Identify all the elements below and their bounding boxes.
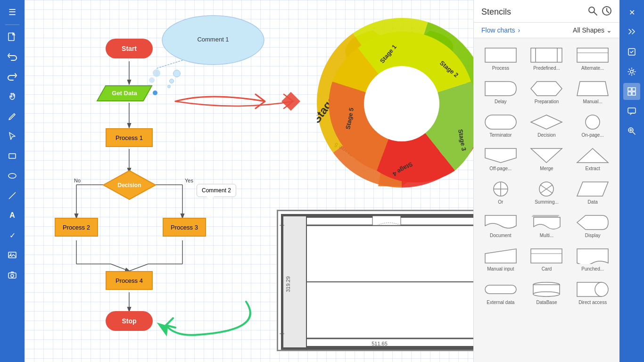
svg-marker-69 xyxy=(577,82,608,96)
svg-text:Yes: Yes xyxy=(185,178,193,183)
get-data-label: Get Data xyxy=(112,90,137,97)
line-tool-icon[interactable] xyxy=(4,187,21,204)
stencils-row-1: Process Predefined... xyxy=(479,44,614,74)
stencils-row-8: External data DataBase xyxy=(479,278,614,308)
stencil-process[interactable]: Process xyxy=(479,44,522,74)
stencil-delay[interactable]: Delay xyxy=(479,77,522,107)
svg-marker-75 xyxy=(577,148,608,163)
stencils-search-icon[interactable] xyxy=(587,6,598,18)
zoom-search-icon[interactable] xyxy=(623,123,640,140)
stencil-multidoc-label: Multi... xyxy=(540,233,553,238)
process2-shape[interactable]: Process 2 xyxy=(55,218,98,237)
stencil-merge[interactable]: Merge xyxy=(526,144,568,174)
stencil-punched[interactable]: Punched... xyxy=(571,245,614,274)
camera-icon[interactable] xyxy=(4,266,21,283)
new-file-icon[interactable] xyxy=(4,29,21,46)
stencil-directaccess[interactable]: Direct access xyxy=(571,278,614,308)
stencil-alternate[interactable]: Alternate... xyxy=(571,44,614,74)
rectangle-tool-icon[interactable] xyxy=(4,148,21,165)
image-icon[interactable] xyxy=(4,247,21,263)
text-tool-icon[interactable]: A xyxy=(4,207,21,224)
decision-shape[interactable]: Decision xyxy=(102,170,157,200)
green-arrow xyxy=(152,292,265,341)
thought-bubble-comment1[interactable]: Comment 1 xyxy=(159,12,267,70)
svg-rect-84 xyxy=(531,249,562,263)
stencil-display[interactable]: Display xyxy=(571,211,614,241)
select-tool-icon[interactable] xyxy=(4,128,21,145)
stencil-data-label: Data xyxy=(588,199,598,205)
start-shape[interactable]: Start xyxy=(106,39,153,58)
checklist-icon[interactable] xyxy=(623,43,640,60)
stencils-row-7: Manual input Card Punched... xyxy=(479,245,614,274)
stencil-terminator[interactable]: Terminator xyxy=(479,111,522,140)
stencils-row-6: Document Multi... Displa xyxy=(479,211,614,241)
stencil-merge-label: Merge xyxy=(540,166,553,171)
hamburger-menu-icon[interactable]: ☰ xyxy=(4,4,21,21)
svg-text:Decision: Decision xyxy=(117,182,141,189)
stencils-row-5: Or Summing... Data xyxy=(479,178,614,207)
svg-point-93 xyxy=(630,70,633,73)
svg-marker-73 xyxy=(485,148,516,163)
stencils-header-icons xyxy=(587,6,612,18)
stencil-predefined[interactable]: Predefined... xyxy=(526,44,568,74)
svg-rect-95 xyxy=(632,88,636,91)
collapse-icon[interactable] xyxy=(623,24,640,41)
stencil-delay-label: Delay xyxy=(495,99,507,104)
canvas-area[interactable]: No Yes Comment 1 Start Get Data Process … xyxy=(25,0,473,362)
svg-rect-97 xyxy=(632,92,636,95)
stencils-edit-icon[interactable] xyxy=(602,6,612,18)
stencil-terminator-label: Terminator xyxy=(489,132,512,138)
stop-shape[interactable]: Stop xyxy=(106,311,153,331)
stencil-multidoc[interactable]: Multi... xyxy=(526,211,568,241)
all-shapes-selector[interactable]: All Shapes ⌄ xyxy=(573,26,612,34)
svg-marker-71 xyxy=(531,115,562,129)
stencil-offpage[interactable]: Off-page... xyxy=(479,144,522,174)
stencil-database[interactable]: DataBase xyxy=(526,278,568,308)
stencil-preparation-label: Preparation xyxy=(535,99,559,104)
stencil-manualinput[interactable]: Manual input xyxy=(479,245,522,274)
floor-plan[interactable]: 511.65 319.29 xyxy=(277,210,473,351)
stencils-grid-icon[interactable] xyxy=(623,83,640,100)
process3-label: Process 3 xyxy=(171,224,198,231)
undo-icon[interactable] xyxy=(4,49,21,66)
svg-rect-0 xyxy=(8,33,14,41)
process1-shape[interactable]: Process 1 xyxy=(106,128,153,147)
pen-tool-icon[interactable] xyxy=(4,108,21,125)
svg-rect-1 xyxy=(9,154,16,158)
svg-point-57 xyxy=(589,7,594,13)
close-panel-icon[interactable]: ✕ xyxy=(623,4,640,21)
comment-bubble-icon[interactable] xyxy=(623,103,640,120)
svg-rect-70 xyxy=(485,115,516,129)
svg-point-42 xyxy=(364,66,439,141)
stencil-summing[interactable]: Summing... xyxy=(526,178,568,207)
left-toolbar: ☰ xyxy=(0,0,25,362)
svg-point-23 xyxy=(153,69,160,77)
flow-charts-category[interactable]: Flow charts › xyxy=(481,26,520,34)
get-data-shape[interactable]: Get Data xyxy=(96,85,153,102)
stencil-predefined-label: Predefined... xyxy=(533,66,560,71)
svg-text:Stage 1: Stage 1 xyxy=(319,21,341,23)
cycle-diagram-render[interactable]: Stage 1 Stage 1 Stage 2 Stage 3 Stage 4 … xyxy=(319,21,473,186)
stencil-extract[interactable]: Extract xyxy=(571,144,614,174)
stencil-preparation[interactable]: Preparation xyxy=(526,77,568,107)
stencil-onpage[interactable]: On-page... xyxy=(571,111,614,140)
stencil-externaldata[interactable]: External data xyxy=(479,278,522,308)
stencil-manual[interactable]: Manual... xyxy=(571,77,614,107)
check-icon[interactable]: ✓ xyxy=(4,227,21,244)
process3-shape[interactable]: Process 3 xyxy=(163,218,206,237)
redo-icon[interactable] xyxy=(4,68,21,85)
stencil-directaccess-label: Direct access xyxy=(578,300,607,305)
process4-shape[interactable]: Process 4 xyxy=(106,271,153,290)
stencil-document[interactable]: Document xyxy=(479,211,522,241)
stencil-card[interactable]: Card xyxy=(526,245,568,274)
stencil-decision[interactable]: Decision xyxy=(526,111,568,140)
hand-tool-icon[interactable] xyxy=(4,88,21,105)
stencil-manualinput-label: Manual input xyxy=(487,266,514,272)
ellipse-tool-icon[interactable] xyxy=(4,167,21,184)
settings-gear-icon[interactable] xyxy=(623,63,640,80)
comment2-bubble[interactable]: Comment 2 xyxy=(197,184,236,197)
stencil-or[interactable]: Or xyxy=(479,178,522,207)
svg-line-3 xyxy=(9,192,16,199)
svg-point-5 xyxy=(10,254,12,255)
stencil-data[interactable]: Data xyxy=(571,178,614,207)
